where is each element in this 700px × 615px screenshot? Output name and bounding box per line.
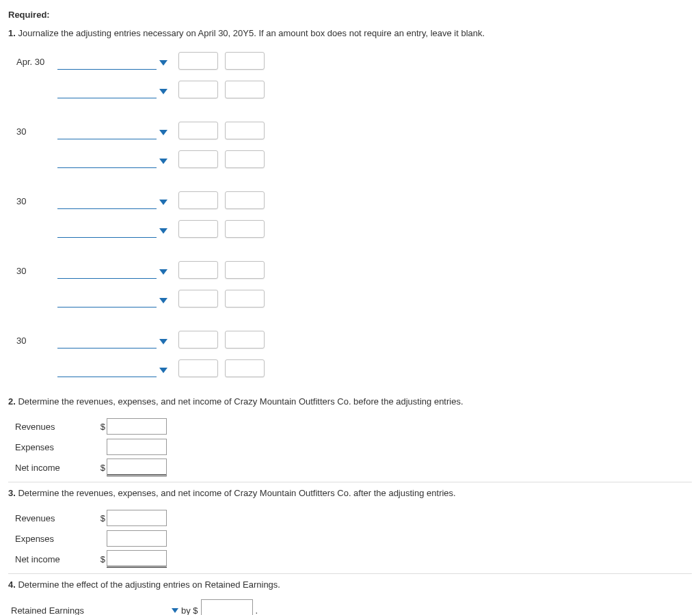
journal-row: 30 xyxy=(16,327,692,348)
journal-row: 30 xyxy=(16,187,692,209)
journal-group-1: Apr. 30 xyxy=(16,48,692,98)
chevron-down-icon[interactable] xyxy=(159,339,167,344)
revenues-input[interactable] xyxy=(107,510,167,526)
required-heading: Required: xyxy=(8,10,692,20)
q2-text: Determine the revenues, expenses, and ne… xyxy=(18,396,463,407)
journal-row xyxy=(16,146,692,168)
date-label-empty xyxy=(16,374,57,377)
journal-row: 30 xyxy=(16,118,692,139)
revenues-input[interactable] xyxy=(107,418,167,435)
dollar-sign: $ xyxy=(97,422,107,432)
credit-input[interactable] xyxy=(225,52,265,70)
journal-row xyxy=(16,286,692,308)
chevron-down-icon[interactable] xyxy=(159,298,167,303)
retained-earnings-label: Retained Earnings xyxy=(11,605,84,615)
expenses-input[interactable] xyxy=(107,530,167,547)
journal-group-5: 30 xyxy=(16,327,692,377)
chevron-down-icon[interactable] xyxy=(159,269,167,275)
retained-earnings-amount-input[interactable] xyxy=(201,599,253,615)
chevron-down-icon[interactable] xyxy=(159,200,167,205)
credit-input[interactable] xyxy=(225,81,265,98)
account-dropdown-line[interactable] xyxy=(57,124,157,139)
q1-text: Journalize the adjusting entries necessa… xyxy=(18,28,485,38)
account-dropdown-line[interactable] xyxy=(57,152,157,168)
q2-number: 2. xyxy=(8,396,16,407)
credit-input[interactable] xyxy=(225,191,265,209)
debit-input[interactable] xyxy=(178,122,218,139)
q2-expenses-row: Expenses xyxy=(15,437,692,457)
account-dropdown-line[interactable] xyxy=(57,292,157,308)
credit-input[interactable] xyxy=(225,359,265,377)
account-dropdown-line[interactable] xyxy=(57,222,157,238)
journal-entries: Apr. 30 30 xyxy=(16,48,692,377)
journal-row: Apr. 30 xyxy=(16,48,692,70)
account-dropdown-line[interactable] xyxy=(57,263,157,279)
expenses-input[interactable] xyxy=(107,439,167,455)
journal-row xyxy=(16,355,692,377)
date-label: 30 xyxy=(16,126,57,139)
date-label: 30 xyxy=(16,266,57,279)
q3-revenues-row: Revenues $ xyxy=(15,508,692,528)
revenues-label: Revenues xyxy=(15,422,97,432)
debit-input[interactable] xyxy=(178,150,218,168)
account-dropdown-line[interactable] xyxy=(57,83,157,98)
date-label-empty xyxy=(16,305,57,308)
account-dropdown-line[interactable] xyxy=(57,54,157,70)
divider xyxy=(8,482,692,482)
chevron-down-icon[interactable] xyxy=(159,159,167,164)
credit-input[interactable] xyxy=(225,220,265,238)
debit-input[interactable] xyxy=(178,220,218,238)
credit-input[interactable] xyxy=(225,261,265,279)
journal-row xyxy=(16,77,692,98)
q3-number: 3. xyxy=(8,488,16,498)
chevron-down-icon[interactable] xyxy=(159,89,167,94)
q4-answer-row: Retained Earnings by $ . xyxy=(11,599,692,615)
q2-instruction: 2. Determine the revenues, expenses, and… xyxy=(8,396,692,407)
netincome-input[interactable] xyxy=(107,459,167,476)
credit-input[interactable] xyxy=(225,290,265,308)
revenues-label: Revenues xyxy=(15,513,97,523)
period: . xyxy=(256,605,258,615)
debit-input[interactable] xyxy=(178,290,218,308)
account-dropdown-line[interactable] xyxy=(57,333,157,348)
chevron-down-icon[interactable] xyxy=(172,608,178,613)
debit-input[interactable] xyxy=(178,359,218,377)
account-dropdown-line[interactable] xyxy=(57,361,157,377)
debit-input[interactable] xyxy=(178,191,218,209)
debit-input[interactable] xyxy=(178,261,218,279)
journal-group-4: 30 xyxy=(16,257,692,308)
chevron-down-icon[interactable] xyxy=(159,368,167,373)
q2-totals: Revenues $ Expenses Net income $ xyxy=(15,416,692,478)
journal-group-2: 30 xyxy=(16,118,692,168)
date-label: 30 xyxy=(16,196,57,209)
journal-row xyxy=(16,216,692,238)
netincome-input[interactable] xyxy=(107,550,167,568)
by-label: by $ xyxy=(181,605,198,615)
date-label: 30 xyxy=(16,336,57,348)
q3-netincome-row: Net income $ xyxy=(15,549,692,569)
divider xyxy=(8,573,692,574)
chevron-down-icon[interactable] xyxy=(159,130,167,135)
dollar-sign: $ xyxy=(97,513,107,523)
q4-instruction: 4. Determine the effect of the adjusting… xyxy=(8,579,692,590)
netincome-label: Net income xyxy=(15,554,97,564)
debit-input[interactable] xyxy=(178,52,218,70)
date-label: Apr. 30 xyxy=(16,57,57,70)
q2-netincome-row: Net income $ xyxy=(15,457,692,478)
credit-input[interactable] xyxy=(225,122,265,139)
date-label-empty xyxy=(16,235,57,238)
q3-totals: Revenues $ Expenses Net income $ xyxy=(15,508,692,569)
effect-dropdown-line[interactable] xyxy=(87,601,169,615)
credit-input[interactable] xyxy=(225,331,265,348)
debit-input[interactable] xyxy=(178,81,218,98)
date-label-empty xyxy=(16,165,57,168)
q1-instruction: 1. Journalize the adjusting entries nece… xyxy=(8,28,692,38)
dollar-sign: $ xyxy=(97,554,107,564)
journal-group-3: 30 xyxy=(16,187,692,238)
chevron-down-icon[interactable] xyxy=(159,228,167,234)
debit-input[interactable] xyxy=(178,331,218,348)
journal-row: 30 xyxy=(16,257,692,279)
credit-input[interactable] xyxy=(225,150,265,168)
chevron-down-icon[interactable] xyxy=(159,60,167,66)
account-dropdown-line[interactable] xyxy=(57,193,157,209)
